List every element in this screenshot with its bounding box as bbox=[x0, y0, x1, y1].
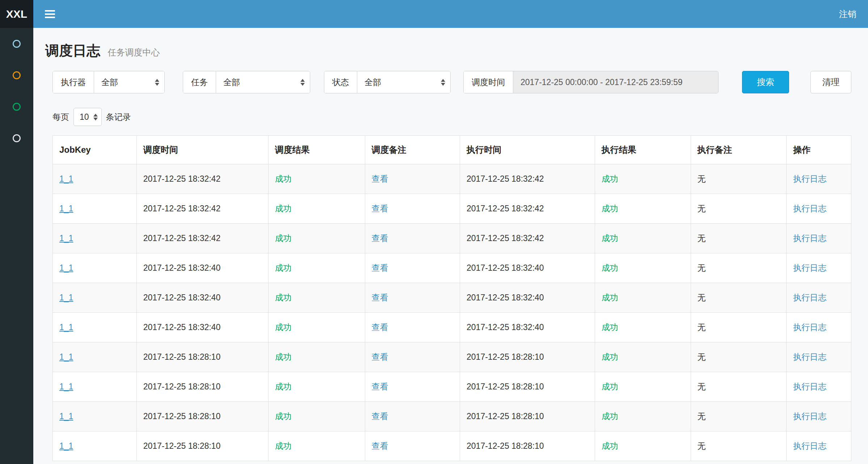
exec-time: 2017-12-25 18:32:42 bbox=[467, 174, 544, 184]
dispatch-result: 成功 bbox=[275, 293, 292, 302]
column-header: 执行结果 bbox=[595, 136, 691, 164]
status-select-value: 全部 bbox=[365, 77, 381, 88]
executor-select-value: 全部 bbox=[101, 77, 118, 88]
jobkey-link[interactable]: 1_1 bbox=[59, 352, 73, 362]
sidebar-item-1[interactable] bbox=[0, 28, 33, 59]
schedule-time-filter-group: 调度时间 bbox=[463, 71, 719, 93]
exec-remark: 无 bbox=[698, 382, 706, 391]
table-row: 1_1 2017-12-25 18:32:40 成功 查看 2017-12-25… bbox=[53, 283, 851, 313]
dispatch-time: 2017-12-25 18:28:10 bbox=[143, 441, 221, 451]
exec-remark: 无 bbox=[698, 263, 706, 273]
dispatch-remark-link[interactable]: 查看 bbox=[372, 174, 388, 184]
jobkey-link[interactable]: 1_1 bbox=[59, 382, 73, 391]
jobkey-link[interactable]: 1_1 bbox=[59, 204, 73, 213]
circle-icon bbox=[13, 103, 21, 111]
jobkey-link[interactable]: 1_1 bbox=[59, 412, 73, 421]
exec-log-link[interactable]: 执行日志 bbox=[793, 293, 826, 302]
exec-result: 成功 bbox=[602, 412, 618, 421]
exec-log-link[interactable]: 执行日志 bbox=[793, 233, 826, 243]
exec-time: 2017-12-25 18:28:10 bbox=[467, 441, 544, 451]
table-row: 1_1 2017-12-25 18:32:42 成功 查看 2017-12-25… bbox=[53, 224, 851, 253]
dispatch-time: 2017-12-25 18:32:40 bbox=[143, 322, 221, 332]
log-table-body: 1_1 2017-12-25 18:32:42 成功 查看 2017-12-25… bbox=[53, 164, 851, 461]
logout-link[interactable]: 注销 bbox=[839, 8, 856, 20]
circle-icon bbox=[13, 134, 21, 142]
exec-result: 成功 bbox=[602, 382, 618, 391]
exec-log-link[interactable]: 执行日志 bbox=[793, 382, 826, 391]
schedule-time-input[interactable] bbox=[513, 71, 718, 93]
executor-filter-label: 执行器 bbox=[53, 71, 94, 93]
schedule-time-label: 调度时间 bbox=[464, 71, 513, 93]
status-select[interactable]: 全部 bbox=[357, 71, 450, 93]
column-header: 执行时间 bbox=[460, 136, 595, 164]
exec-log-link[interactable]: 执行日志 bbox=[793, 263, 826, 273]
dispatch-result: 成功 bbox=[275, 233, 292, 243]
app-logo[interactable]: XXL bbox=[0, 0, 33, 28]
exec-remark: 无 bbox=[698, 293, 706, 302]
exec-result: 成功 bbox=[602, 352, 618, 362]
jobkey-link[interactable]: 1_1 bbox=[59, 293, 73, 302]
exec-remark: 无 bbox=[698, 412, 706, 421]
dispatch-time: 2017-12-25 18:28:10 bbox=[143, 382, 221, 391]
exec-log-link[interactable]: 执行日志 bbox=[793, 352, 826, 362]
exec-time: 2017-12-25 18:32:40 bbox=[467, 293, 544, 302]
exec-log-link[interactable]: 执行日志 bbox=[793, 322, 826, 332]
dispatch-remark-link[interactable]: 查看 bbox=[372, 412, 388, 421]
dispatch-remark-link[interactable]: 查看 bbox=[372, 352, 388, 362]
dispatch-time: 2017-12-25 18:32:42 bbox=[143, 233, 221, 243]
dispatch-remark-link[interactable]: 查看 bbox=[372, 204, 388, 213]
navbar-main: 注销 bbox=[33, 0, 868, 28]
page-header: 调度日志 任务调度中心 bbox=[45, 42, 851, 60]
jobkey-link[interactable]: 1_1 bbox=[59, 322, 73, 332]
circle-icon bbox=[13, 40, 21, 48]
exec-log-link[interactable]: 执行日志 bbox=[793, 204, 826, 213]
dispatch-remark-link[interactable]: 查看 bbox=[372, 322, 388, 332]
table-row: 1_1 2017-12-25 18:28:10 成功 查看 2017-12-25… bbox=[53, 402, 851, 431]
job-filter-label: 任务 bbox=[183, 71, 216, 93]
exec-remark: 无 bbox=[698, 233, 706, 243]
exec-time: 2017-12-25 18:32:42 bbox=[467, 233, 544, 243]
search-button[interactable]: 搜索 bbox=[742, 71, 789, 93]
dispatch-remark-link[interactable]: 查看 bbox=[372, 382, 388, 391]
top-navbar: XXL 注销 bbox=[0, 0, 868, 28]
dispatch-result: 成功 bbox=[275, 174, 292, 184]
exec-log-link[interactable]: 执行日志 bbox=[793, 441, 826, 451]
executor-select[interactable]: 全部 bbox=[94, 71, 164, 93]
dispatch-result: 成功 bbox=[275, 352, 292, 362]
column-header: 调度备注 bbox=[365, 136, 460, 164]
sidebar-item-4[interactable] bbox=[0, 122, 33, 154]
exec-result: 成功 bbox=[602, 293, 618, 302]
job-filter-group: 任务 全部 bbox=[183, 71, 310, 93]
jobkey-link[interactable]: 1_1 bbox=[59, 233, 73, 243]
exec-time: 2017-12-25 18:32:40 bbox=[467, 322, 544, 332]
dispatch-remark-link[interactable]: 查看 bbox=[372, 441, 388, 451]
dispatch-result: 成功 bbox=[275, 204, 292, 213]
clear-button[interactable]: 清理 bbox=[810, 71, 851, 93]
job-select[interactable]: 全部 bbox=[216, 71, 310, 93]
exec-time: 2017-12-25 18:32:40 bbox=[467, 263, 544, 273]
table-row: 1_1 2017-12-25 18:28:10 成功 查看 2017-12-25… bbox=[53, 372, 851, 402]
exec-log-link[interactable]: 执行日志 bbox=[793, 412, 826, 421]
dispatch-remark-link[interactable]: 查看 bbox=[372, 263, 388, 273]
exec-result: 成功 bbox=[602, 174, 618, 184]
dispatch-remark-link[interactable]: 查看 bbox=[372, 293, 388, 302]
dispatch-remark-link[interactable]: 查看 bbox=[372, 233, 388, 243]
page-size-select[interactable]: 10 bbox=[73, 108, 102, 126]
table-row: 1_1 2017-12-25 18:32:40 成功 查看 2017-12-25… bbox=[53, 253, 851, 283]
dispatch-time: 2017-12-25 18:32:42 bbox=[143, 204, 221, 213]
sidebar-item-2[interactable] bbox=[0, 59, 33, 91]
page-title: 调度日志 bbox=[45, 43, 100, 58]
dispatch-time: 2017-12-25 18:28:10 bbox=[143, 352, 221, 362]
jobkey-link[interactable]: 1_1 bbox=[59, 174, 73, 184]
sidebar-toggle-button[interactable] bbox=[45, 8, 55, 20]
column-header: 调度时间 bbox=[136, 136, 268, 164]
log-table: JobKey调度时间调度结果调度备注执行时间执行结果执行备注操作 1_1 201… bbox=[52, 135, 851, 461]
status-filter-group: 状态 全部 bbox=[324, 71, 451, 93]
jobkey-link[interactable]: 1_1 bbox=[59, 263, 73, 273]
exec-log-link[interactable]: 执行日志 bbox=[793, 174, 826, 184]
dispatch-result: 成功 bbox=[275, 322, 292, 332]
sidebar-item-3[interactable] bbox=[0, 91, 33, 122]
select-arrows-icon bbox=[300, 79, 305, 86]
jobkey-link[interactable]: 1_1 bbox=[59, 441, 73, 451]
exec-result: 成功 bbox=[602, 204, 618, 213]
